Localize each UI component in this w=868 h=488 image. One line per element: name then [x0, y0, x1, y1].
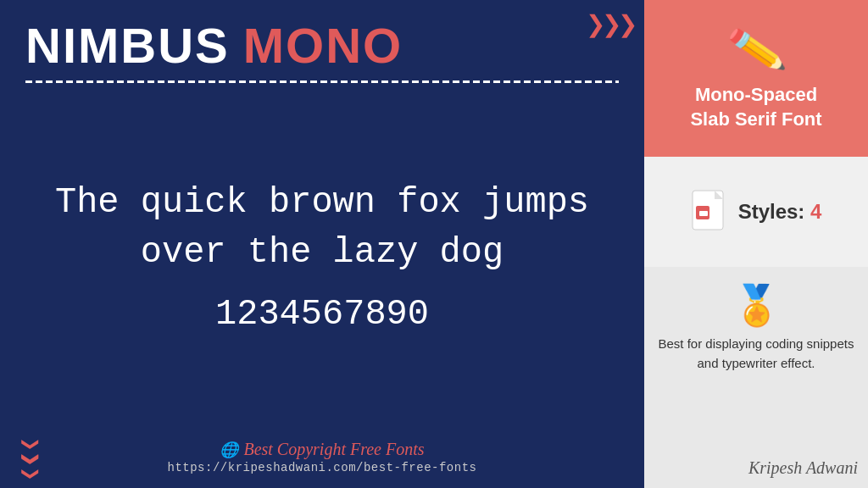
title-mono: MONO — [243, 17, 403, 74]
styles-label-text: Styles: — [738, 200, 805, 223]
header-area: ❯❯❯ NIMBUS MONO — [0, 0, 644, 92]
medal-icon: 🏅 — [732, 282, 781, 328]
right-bottom-section: 🏅 Best for displaying coding snippets an… — [644, 267, 868, 488]
sample-numbers: 1234567890 — [215, 294, 429, 335]
sample-sentence: The quick brown fox jumps over the lazy … — [34, 178, 610, 278]
chevrons-top-right-icon: ❯❯❯ — [586, 10, 634, 38]
author-signature: Kripesh Adwani — [748, 458, 858, 478]
right-top-section: ✏️ Mono-SpacedSlab Serif Font — [644, 0, 868, 157]
bottom-bar: ❯❯❯❯ 🌐 Best Copyright Free Fonts https:/… — [0, 430, 644, 488]
globe-icon: 🌐 — [220, 441, 238, 459]
dashed-divider — [25, 80, 619, 83]
bottom-link-text: Best Copyright Free Fonts — [243, 440, 424, 459]
styles-count: 4 — [810, 200, 821, 223]
svg-rect-3 — [699, 211, 708, 216]
pencil-icon: ✏️ — [725, 20, 788, 80]
right-panel: ✏️ Mono-SpacedSlab Serif Font Styles: 4 … — [644, 0, 868, 488]
styles-label: Styles: 4 — [738, 200, 822, 224]
document-icon — [691, 189, 728, 235]
bottom-url[interactable]: https://kripeshadwani.com/best-free-font… — [168, 461, 477, 474]
title-nimbus: NIMBUS — [25, 17, 230, 74]
left-panel: ❯❯❯ NIMBUS MONO The quick brown fox jump… — [0, 0, 644, 488]
sample-text-area: The quick brown fox jumps over the lazy … — [0, 92, 644, 430]
bottom-link-label[interactable]: 🌐 Best Copyright Free Fonts — [220, 440, 424, 459]
font-title: NIMBUS MONO — [25, 17, 619, 74]
chevrons-bottom-left-icon: ❯❯❯❯ — [17, 444, 46, 474]
right-middle-section: Styles: 4 — [644, 157, 868, 267]
bottom-description: Best for displaying coding snippets and … — [657, 335, 855, 373]
font-type-label: Mono-SpacedSlab Serif Font — [690, 83, 821, 131]
